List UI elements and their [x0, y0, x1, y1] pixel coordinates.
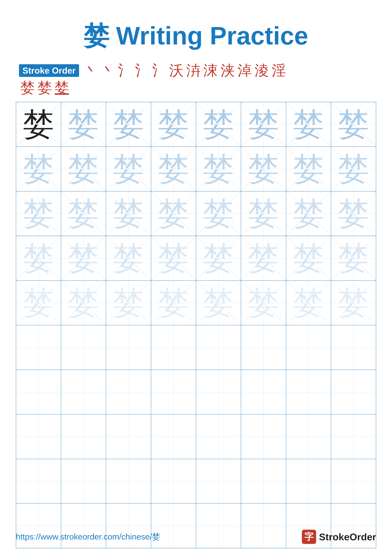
- grid-cell-empty[interactable]: [106, 459, 151, 504]
- grid-cell[interactable]: 婪: [286, 147, 331, 191]
- practice-char: 婪: [158, 109, 189, 140]
- practice-char: 婪: [203, 109, 234, 140]
- grid-cell-empty[interactable]: [61, 370, 106, 414]
- grid-cell[interactable]: 婪: [331, 147, 376, 191]
- grid-cell[interactable]: 婪: [106, 281, 151, 325]
- grid-cell[interactable]: 婪: [16, 147, 61, 191]
- grid-cell-empty[interactable]: [106, 370, 151, 414]
- grid-cell-empty[interactable]: [61, 415, 106, 459]
- practice-char: 婪: [68, 109, 99, 140]
- grid-cell-empty[interactable]: [106, 415, 151, 459]
- grid-cell[interactable]: 婪: [331, 281, 376, 325]
- grid-cell-empty[interactable]: [196, 415, 241, 459]
- grid-cell-empty[interactable]: [331, 459, 376, 504]
- practice-char: 婪: [113, 243, 144, 274]
- stroke-order-line1: Stroke Order 丶 丶 氵 氵 氵 沃 泋 涑 浃 淖 淩 淫: [19, 63, 376, 78]
- grid-cell-empty[interactable]: [106, 325, 151, 370]
- stroke-char: 涑: [203, 63, 218, 78]
- grid-cell[interactable]: 婪: [196, 191, 241, 236]
- grid-cell[interactable]: 婪: [196, 102, 241, 146]
- practice-char: 婪: [293, 109, 324, 140]
- grid-cell[interactable]: 婪: [106, 236, 151, 280]
- grid-cell[interactable]: 婪: [151, 236, 196, 280]
- grid-cell[interactable]: 婪: [151, 102, 196, 146]
- grid-cell-empty[interactable]: [241, 325, 286, 370]
- grid-cell-empty[interactable]: [61, 325, 106, 370]
- grid-cell-empty[interactable]: [196, 325, 241, 370]
- grid-cell-empty[interactable]: [61, 459, 106, 504]
- stroke-char: 婪: [38, 80, 52, 95]
- grid-cell[interactable]: 婪: [241, 147, 286, 191]
- grid-cell[interactable]: 婪: [196, 236, 241, 280]
- grid-cell-empty[interactable]: [241, 370, 286, 414]
- grid-cell[interactable]: 婪: [331, 102, 376, 146]
- practice-char: 婪: [293, 154, 324, 184]
- grid-cell[interactable]: 婪: [196, 281, 241, 325]
- grid-cell[interactable]: 婪: [331, 191, 376, 236]
- grid-cell-empty[interactable]: [241, 459, 286, 504]
- grid-cell[interactable]: 婪: [16, 236, 61, 280]
- grid-cell[interactable]: 婪: [16, 102, 61, 146]
- stroke-chars-line2: 婪 婪 婪: [19, 80, 376, 95]
- grid-cell[interactable]: 婪: [106, 147, 151, 191]
- footer-brand-text: StrokeOrder: [319, 531, 376, 542]
- grid-cell-empty[interactable]: [16, 415, 61, 459]
- stroke-char: 浃: [221, 63, 235, 78]
- grid-cell[interactable]: 婪: [286, 281, 331, 325]
- footer-brand: 字 StrokeOrder: [302, 530, 376, 544]
- grid-cell-empty[interactable]: [241, 415, 286, 459]
- grid-cell[interactable]: 婪: [286, 236, 331, 280]
- practice-char: 婪: [113, 198, 144, 229]
- stroke-char: 淖: [237, 63, 252, 78]
- grid-cell[interactable]: 婪: [61, 191, 106, 236]
- grid-cell[interactable]: 婪: [151, 191, 196, 236]
- grid-cell[interactable]: 婪: [16, 191, 61, 236]
- practice-char: 婪: [248, 154, 279, 184]
- grid-cell[interactable]: 婪: [196, 147, 241, 191]
- grid-cell[interactable]: 婪: [286, 191, 331, 236]
- grid-cell[interactable]: 婪: [151, 281, 196, 325]
- grid-cell-empty[interactable]: [16, 459, 61, 504]
- grid-cell-empty[interactable]: [196, 370, 241, 414]
- practice-char: 婪: [113, 154, 144, 184]
- grid-cell[interactable]: 婪: [286, 102, 331, 146]
- practice-char: 婪: [158, 287, 189, 318]
- grid-row-empty: [16, 370, 376, 415]
- grid-cell[interactable]: 婪: [241, 281, 286, 325]
- grid-cell[interactable]: 婪: [61, 102, 106, 146]
- stroke-chars-line1: 丶 丶 氵 氵 氵 沃 泋 涑 浃 淖 淩 淫: [84, 63, 289, 78]
- footer-url[interactable]: https://www.strokeorder.com/chinese/婪: [16, 531, 160, 542]
- practice-char: 婪: [203, 287, 234, 318]
- grid-cell-empty[interactable]: [286, 459, 331, 504]
- grid-cell-empty[interactable]: [16, 370, 61, 414]
- grid-cell-empty[interactable]: [151, 459, 196, 504]
- grid-cell-empty[interactable]: [286, 415, 331, 459]
- practice-char: 婪: [203, 198, 234, 229]
- grid-cell[interactable]: 婪: [16, 281, 61, 325]
- grid-cell[interactable]: 婪: [241, 102, 286, 146]
- grid-cell[interactable]: 婪: [61, 236, 106, 280]
- grid-cell-empty[interactable]: [286, 325, 331, 370]
- grid-cell[interactable]: 婪: [151, 147, 196, 191]
- grid-cell-empty[interactable]: [331, 325, 376, 370]
- practice-char: 婪: [23, 198, 54, 229]
- practice-char: 婪: [338, 198, 369, 229]
- grid-cell-empty[interactable]: [151, 415, 196, 459]
- grid-cell-empty[interactable]: [16, 325, 61, 370]
- practice-char: 婪: [248, 287, 279, 318]
- grid-cell[interactable]: 婪: [61, 281, 106, 325]
- practice-char: 婪: [158, 198, 189, 229]
- grid-cell-empty[interactable]: [196, 459, 241, 504]
- grid-cell[interactable]: 婪: [241, 191, 286, 236]
- grid-cell-empty[interactable]: [331, 415, 376, 459]
- grid-cell[interactable]: 婪: [106, 102, 151, 146]
- grid-cell-empty[interactable]: [151, 370, 196, 414]
- grid-cell-empty[interactable]: [286, 370, 331, 414]
- grid-cell-empty[interactable]: [151, 325, 196, 370]
- grid-cell[interactable]: 婪: [331, 236, 376, 280]
- grid-cell-empty[interactable]: [331, 370, 376, 414]
- grid-cell[interactable]: 婪: [106, 191, 151, 236]
- grid-cell[interactable]: 婪: [61, 147, 106, 191]
- title-char: 婪: [84, 22, 109, 50]
- grid-cell[interactable]: 婪: [241, 236, 286, 280]
